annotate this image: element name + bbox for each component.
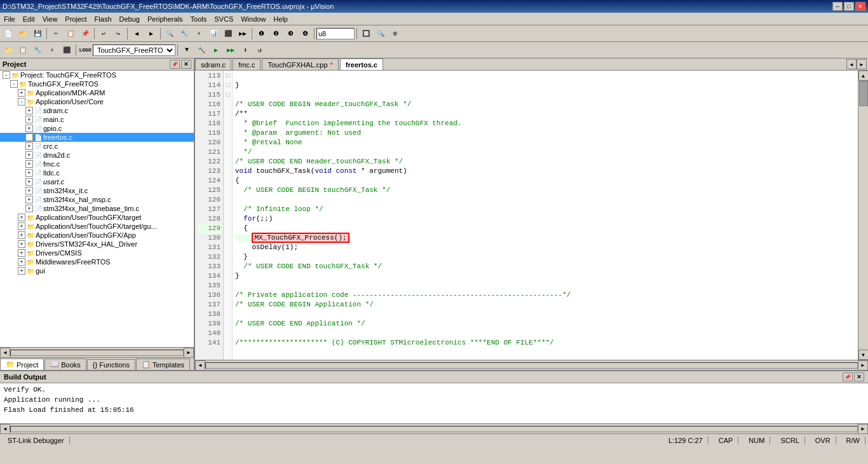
expand-tgfx-target[interactable]: + [18,214,25,221]
tree-item-drv-hal[interactable]: + 📁 Drivers/STM32F4xx_HAL_Driver [0,240,194,249]
open-button[interactable]: 📂 [16,27,30,41]
expand-mdk[interactable]: + [18,89,25,97]
panel-tab-books[interactable]: 📖 Books [44,358,86,370]
scroll-down-arrow[interactable]: ▼ [858,350,869,360]
run-button[interactable]: ▶ [209,43,223,57]
expand-fmc[interactable]: + [25,160,33,168]
tree-item-tgfx-target[interactable]: + 📁 Application/User/TouchGFX/target [0,213,194,222]
tb-btn5[interactable]: ⚡ [192,27,206,41]
project-pin-button[interactable]: 📌 [170,60,180,69]
redo-button[interactable]: ↪ [111,27,125,41]
editor-hscroll[interactable]: ◀ ▶ [195,360,868,370]
editor-scroll-left[interactable]: ◀ [195,360,205,371]
tab-touchgfxhal[interactable]: TouchGFXHAL.cpp * [262,58,338,70]
expand-gui[interactable]: + [18,267,25,275]
build-output-pin[interactable]: 📌 [843,372,853,381]
tb-btn15[interactable]: ⚙ [388,27,402,41]
tree-item-sdram[interactable]: + 📄 sdram.c [0,106,194,115]
tree-item-ltdc[interactable]: + 📄 ltdc.c [0,168,194,177]
copy-button[interactable]: 📋 [64,27,78,41]
panel-tab-functions[interactable]: {} Functions [87,359,135,370]
expand-stm32msp[interactable]: + [25,196,33,203]
tree-item-tgfx-app[interactable]: + 📁 Application/User/TouchGFX/App [0,231,194,240]
expand-root[interactable]: - [3,71,10,79]
expand-main[interactable]: + [25,116,33,123]
expand-drv-hal[interactable]: + [18,240,25,248]
menu-peripherals[interactable]: Peripherals [144,14,187,24]
project-close-button[interactable]: ✕ [181,60,191,69]
tb2-btn4[interactable]: ⚡ [45,43,59,57]
expand-freertos[interactable]: + [25,133,33,141]
scroll-thumb[interactable] [859,81,868,106]
tb-btn6[interactable]: 📊 [207,27,220,41]
tb-btn12[interactable]: ❹ [298,27,312,41]
tb-btn9[interactable]: ❶ [254,27,268,41]
tree-item-stm32tb[interactable]: + 📄 stm32f4xx_hal_timebase_tim.c [0,204,194,213]
tb-btn2[interactable]: ▶ [144,27,158,41]
close-button[interactable]: ✕ [855,2,865,11]
project-dropdown[interactable]: TouchGFX_FreeRTOS [93,44,175,56]
editor-scroll-right[interactable]: ▶ [858,360,868,371]
menu-help[interactable]: Help [269,14,292,24]
tree-item-core[interactable]: - 📁 Application/User/Core [0,97,194,106]
minimize-button[interactable]: ─ [832,2,843,11]
reset-button[interactable]: ↺ [253,43,267,57]
maximize-button[interactable]: □ [844,2,854,11]
tab-scroll-left[interactable]: ◀ [846,59,857,69]
expand-sdram[interactable]: + [25,107,33,114]
tb-btn10[interactable]: ❷ [269,27,283,41]
tree-item-root[interactable]: - 📁 Project: TouchGFX_FreeRTOS [0,71,194,79]
tb2-btn3[interactable]: 🔧 [31,43,44,57]
expand-usart[interactable]: + [25,178,33,186]
expand-tgfx-app[interactable]: + [18,231,25,239]
tb-btn11[interactable]: ❸ [283,27,297,41]
tab-fmc[interactable]: fmc.c [233,58,261,70]
logo-btn[interactable]: LOGO [78,43,92,57]
panel-tab-project[interactable]: 📁 Project [0,358,44,370]
menu-edit[interactable]: Edit [19,14,39,24]
tab-sdram[interactable]: sdram.c [195,58,231,70]
project-hscroll[interactable]: ◀ ▶ [0,347,194,357]
tree-item-freertos[interactable]: + 📄 freertos.c [0,133,194,142]
tree-item-drv-cmsis[interactable]: + 📁 Drivers/CMSIS [0,249,194,257]
build-scroll-right[interactable]: ▶ [858,424,868,434]
tree-item-mdk[interactable]: + 📁 Application/MDK-ARM [0,88,194,97]
build-button[interactable]: 🔨 [194,43,208,57]
new-file-button[interactable]: 📄 [1,27,15,41]
tree-item-stm32msp[interactable]: + 📄 stm32f4xx_hal_msp.c [0,195,194,204]
expand-core[interactable]: - [18,98,25,106]
menu-window[interactable]: Window [237,14,269,24]
menu-view[interactable]: View [39,14,62,24]
tab-freertos[interactable]: freertos.c [340,58,383,70]
tree-item-usart[interactable]: + 📄 usart.c [0,177,194,186]
code-content[interactable]: } /* USER CODE BEGIN Header_touchGFX_Tas… [233,71,858,360]
expand-ltdc[interactable]: + [25,169,33,177]
proj-scroll-right[interactable]: ▶ [184,348,194,358]
expand-tgfx-gu[interactable]: + [18,222,25,230]
expand-dma2d[interactable]: + [25,151,33,159]
tab-scroll-right[interactable]: ▶ [857,59,867,69]
tree-item-tgfx-gu[interactable]: + 📁 Application/User/TouchGFX/target/gu.… [0,222,194,231]
download-button[interactable]: ⬇ [238,43,252,57]
editor-vscroll[interactable]: ▲ ▼ [858,71,868,360]
menu-project[interactable]: Project [61,14,90,24]
tb2-btn1[interactable]: 📁 [1,43,15,57]
build-output-close[interactable]: ✕ [854,372,864,381]
paste-button[interactable]: 📌 [78,27,92,41]
tb2-btn6[interactable]: ▼ [180,43,194,57]
scroll-track[interactable] [859,81,868,350]
expand-target[interactable]: - [10,80,18,88]
tree-item-main[interactable]: + 📄 main.c [0,115,194,124]
cut-button[interactable]: ✂ [49,27,63,41]
tb2-btn5[interactable]: ⬛ [60,43,74,57]
menu-debug[interactable]: Debug [116,14,144,24]
menu-flash[interactable]: Flash [91,14,116,24]
tb-btn3[interactable]: 🔍 [163,27,177,41]
tree-item-fmc[interactable]: + 📄 fmc.c [0,160,194,168]
tb-btn4[interactable]: 🔧 [177,27,191,41]
stop-button[interactable]: ▶▶ [224,43,238,57]
expand-gpio[interactable]: + [25,125,33,132]
scroll-up-arrow[interactable]: ▲ [858,71,869,81]
tb-btn13[interactable]: 🔲 [359,27,373,41]
expand-freertos-mid[interactable]: + [18,258,25,266]
